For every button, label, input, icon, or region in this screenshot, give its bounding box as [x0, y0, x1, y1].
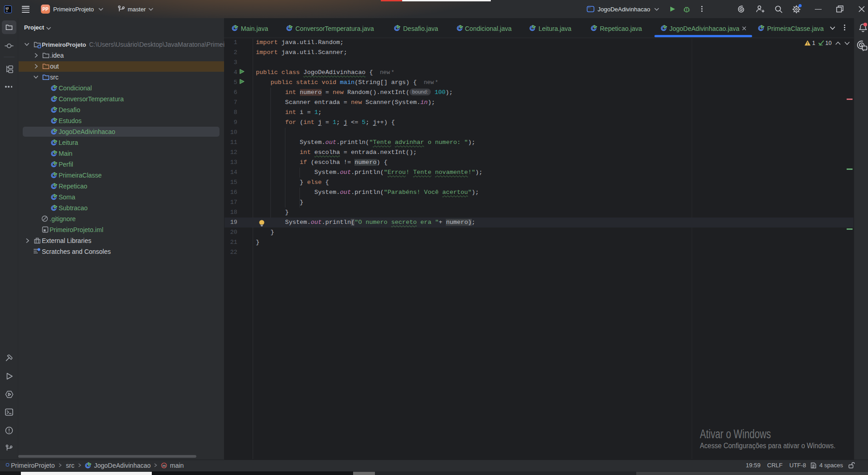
svg-text:m: m	[163, 464, 166, 468]
